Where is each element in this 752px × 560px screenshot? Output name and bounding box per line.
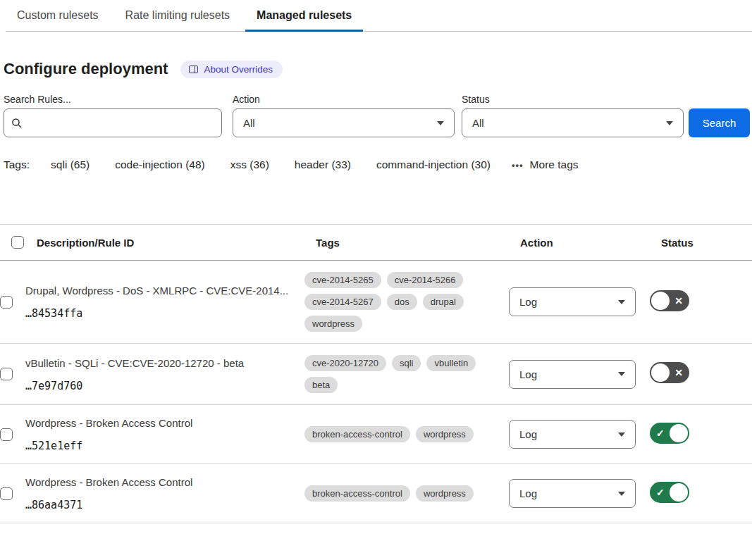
rule-tags: broken-access-controlwordpress (304, 485, 509, 502)
rule-action-select[interactable]: Log (509, 287, 636, 316)
search-icon (11, 118, 23, 129)
about-overrides-badge[interactable]: About Overrides (180, 61, 283, 78)
rule-description-block: Wordpress - Broken Access Control …521e1… (25, 416, 304, 452)
rule-action-value: Log (519, 296, 537, 308)
action-filter-select[interactable]: All (233, 108, 455, 137)
about-overrides-label: About Overrides (204, 64, 273, 75)
rule-tags: cve-2020-12720sqlivbulletinbeta (304, 355, 509, 393)
rule-id: …86aa4371 (25, 499, 290, 511)
book-icon (189, 66, 198, 73)
toggle-state-icon: ✓ (656, 487, 665, 498)
rule-description-block: Wordpress - Broken Access Control …86aa4… (25, 475, 304, 511)
rules-table: Description/Rule ID Tags Action Status D… (0, 224, 752, 523)
rule-tags: broken-access-controlwordpress (304, 426, 509, 442)
search-rules-label: Search Rules... (4, 94, 222, 105)
tag-pill: cve-2014-5267 (304, 294, 381, 310)
toggle-state-icon: ✕ (674, 295, 683, 306)
chevron-down-icon (618, 433, 625, 437)
rule-description-block: vBulletin - SQLi - CVE:CVE-2020-12720 - … (25, 356, 304, 392)
rule-id: …7e97d760 (25, 380, 290, 392)
tag-pill: cve-2014-5265 (304, 272, 381, 288)
chevron-down-icon (437, 121, 444, 125)
rule-action-select[interactable]: Log (509, 479, 636, 508)
tag-pill: broken-access-control (304, 426, 410, 442)
filter-bar: Search Rules... Action All Status All Se… (4, 94, 752, 137)
row-checkbox[interactable] (0, 428, 13, 441)
chevron-down-icon (618, 492, 625, 496)
tag-links: sqli (65)code-injection (48)xss (36)head… (51, 158, 491, 171)
page-header: Configure deployment About Overrides (4, 60, 752, 78)
toggle-knob (651, 363, 670, 382)
tag-filter-link[interactable]: xss (36) (230, 158, 269, 171)
rule-id: …521e1eff (25, 440, 290, 452)
status-toggle[interactable]: ✕ (650, 362, 689, 383)
tag-filter-link[interactable]: header (33) (295, 158, 351, 171)
tags-bar-label: Tags: (4, 158, 30, 171)
rule-description: Wordpress - Broken Access Control (25, 416, 290, 430)
row-checkbox[interactable] (0, 487, 13, 500)
tag-pill: wordpress (416, 426, 474, 442)
table-header-row: Description/Rule ID Tags Action Status (0, 225, 752, 261)
table-body: Drupal, Wordpress - DoS - XMLRPC - CVE:C… (0, 261, 752, 523)
tab-custom-rulesets[interactable]: Custom rulesets (6, 6, 110, 32)
more-tags-label: More tags (530, 158, 579, 171)
column-header-description: Description/Rule ID (37, 237, 316, 249)
rule-action-select[interactable]: Log (509, 360, 636, 389)
search-input[interactable] (28, 117, 214, 129)
tag-filter-link[interactable]: code-injection (48) (115, 158, 205, 171)
toggle-state-icon: ✕ (674, 367, 683, 378)
tag-pill: cve-2014-5266 (387, 272, 464, 288)
action-filter-value: All (243, 117, 255, 129)
rule-description: Wordpress - Broken Access Control (25, 475, 290, 489)
tag-pill: broken-access-control (304, 485, 410, 502)
select-all-checkbox[interactable] (11, 236, 24, 249)
rule-description: vBulletin - SQLi - CVE:CVE-2020-12720 - … (25, 356, 290, 370)
toggle-state-icon: ✓ (656, 428, 665, 439)
tag-pill: wordpress (416, 485, 474, 502)
toggle-knob (651, 292, 670, 310)
table-row: Drupal, Wordpress - DoS - XMLRPC - CVE:C… (0, 261, 752, 344)
search-box[interactable] (4, 108, 222, 137)
tag-pill: sqli (392, 355, 421, 371)
tag-pill: beta (304, 377, 338, 393)
row-checkbox[interactable] (0, 368, 13, 380)
status-filter-value: All (472, 117, 484, 129)
table-row: vBulletin - SQLi - CVE:CVE-2020-12720 - … (0, 344, 752, 405)
tag-pill: vbulletin (426, 355, 476, 371)
status-toggle[interactable]: ✓ (650, 423, 689, 444)
more-tags-button[interactable]: ••• More tags (512, 158, 579, 171)
rule-action-value: Log (519, 428, 537, 440)
rule-action-value: Log (519, 487, 537, 499)
rule-action-select[interactable]: Log (509, 420, 636, 449)
table-row: Wordpress - Broken Access Control …86aa4… (0, 464, 752, 523)
action-filter-label: Action (233, 94, 455, 105)
rule-tags: cve-2014-5265cve-2014-5266cve-2014-5267d… (304, 272, 509, 332)
status-filter-select[interactable]: All (462, 108, 684, 137)
tags-bar: Tags: sqli (65)code-injection (48)xss (3… (4, 158, 752, 171)
column-header-status: Status (661, 237, 752, 249)
page-title: Configure deployment (4, 60, 168, 78)
tag-pill: drupal (423, 294, 464, 310)
chevron-down-icon (666, 121, 673, 125)
rule-id: …84534ffa (25, 307, 290, 320)
column-header-tags: Tags (316, 237, 520, 249)
tag-pill: dos (387, 294, 417, 310)
tag-filter-link[interactable]: command-injection (30) (376, 158, 491, 171)
toggle-knob (670, 424, 688, 442)
row-checkbox[interactable] (0, 296, 13, 309)
status-toggle[interactable]: ✓ (650, 482, 689, 503)
ellipsis-icon: ••• (512, 160, 524, 170)
toggle-knob (670, 483, 688, 502)
tab-bar: Custom rulesets Rate limiting rulesets M… (6, 0, 752, 32)
search-button[interactable]: Search (689, 108, 750, 137)
tag-pill: cve-2020-12720 (304, 355, 386, 371)
status-toggle[interactable]: ✕ (650, 290, 689, 311)
tag-filter-link[interactable]: sqli (65) (51, 158, 90, 171)
tab-managed-rulesets[interactable]: Managed rulesets (245, 6, 363, 32)
tag-pill: wordpress (304, 316, 362, 332)
rule-description: Drupal, Wordpress - DoS - XMLRPC - CVE:C… (25, 284, 290, 297)
status-filter-label: Status (462, 94, 684, 105)
column-header-action: Action (520, 237, 661, 249)
table-row: Wordpress - Broken Access Control …521e1… (0, 405, 752, 464)
tab-rate-limiting-rulesets[interactable]: Rate limiting rulesets (114, 6, 242, 32)
